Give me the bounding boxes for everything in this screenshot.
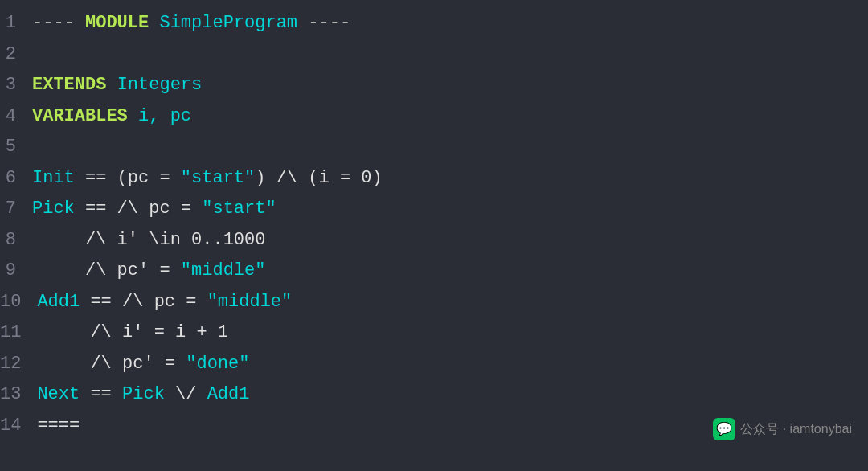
- line-number: 7: [0, 194, 32, 225]
- token: ==: [80, 384, 122, 404]
- line-number: 11: [0, 317, 37, 349]
- watermark-icon: 💬: [713, 418, 735, 440]
- token: == (pc =: [75, 168, 181, 188]
- line-content: ====: [37, 411, 80, 442]
- token: "middle": [207, 292, 293, 312]
- line-number: 5: [0, 132, 32, 163]
- token: "middle": [181, 260, 266, 281]
- code-line: 12 /\ pc' = "done": [0, 349, 868, 380]
- code-line: 3EXTENDS Integers: [0, 70, 868, 101]
- line-number: 10: [0, 287, 37, 318]
- token: "start": [202, 199, 276, 219]
- line-number: 8: [0, 225, 32, 256]
- line-content: EXTENDS Integers: [32, 70, 202, 101]
- line-content: VARIABLES i, pc: [32, 101, 191, 133]
- token: [149, 13, 159, 33]
- token: "start": [181, 168, 255, 188]
- line-number: 12: [0, 349, 37, 380]
- code-line: 2: [0, 39, 868, 71]
- line-content: Next == Pick \/ Add1: [37, 379, 249, 411]
- token: /\ i' \in 0..1000: [32, 230, 265, 250]
- token: EXTENDS: [32, 75, 106, 95]
- code-line: 11 /\ i' = i + 1: [0, 317, 868, 349]
- line-content: /\ i' = i + 1: [37, 317, 228, 349]
- line-number: 4: [0, 101, 32, 133]
- token: Integers: [117, 75, 203, 95]
- token: == /\ pc =: [75, 199, 202, 219]
- token: ====: [37, 416, 80, 436]
- line-number: 13: [0, 379, 37, 411]
- token: ) /\ (i = 0): [255, 168, 382, 188]
- line-content: /\ pc' = "done": [37, 349, 249, 380]
- token: ----: [32, 13, 85, 33]
- token: /\ i' = i + 1: [37, 322, 228, 342]
- token: /\ pc' =: [37, 354, 186, 374]
- token: SimpleProgram: [159, 13, 297, 33]
- token: VARIABLES: [32, 106, 128, 126]
- watermark-text: 公众号 · iamtonybai: [740, 421, 852, 438]
- token: i, pc: [128, 106, 191, 126]
- line-content: Pick == /\ pc = "start": [32, 194, 276, 225]
- line-number: 1: [0, 8, 32, 39]
- line-content: Init == (pc = "start") /\ (i = 0): [32, 163, 383, 195]
- line-content: /\ pc' = "middle": [32, 256, 265, 287]
- token: Add1: [37, 292, 80, 312]
- code-line: 9 /\ pc' = "middle": [0, 256, 868, 287]
- line-number: 2: [0, 39, 32, 71]
- code-line: 7Pick == /\ pc = "start": [0, 194, 868, 225]
- code-line: 5: [0, 132, 868, 163]
- token: "done": [186, 354, 249, 374]
- code-line: 13Next == Pick \/ Add1: [0, 379, 868, 411]
- token: Next: [37, 384, 80, 404]
- code-line: 6Init == (pc = "start") /\ (i = 0): [0, 163, 868, 195]
- code-line: 1---- MODULE SimpleProgram ----: [0, 8, 868, 39]
- code-line: 8 /\ i' \in 0..1000: [0, 225, 868, 256]
- code-line: 10Add1 == /\ pc = "middle": [0, 287, 868, 318]
- token: ----: [297, 13, 350, 33]
- token: Pick: [122, 384, 165, 404]
- token: MODULE: [85, 13, 149, 33]
- line-number: 3: [0, 70, 32, 101]
- token: /\ pc' =: [32, 260, 181, 281]
- token: Pick: [32, 199, 75, 219]
- token: == /\ pc =: [80, 292, 207, 312]
- line-number: 9: [0, 256, 32, 287]
- token: Add1: [207, 384, 250, 404]
- line-number: 14: [0, 411, 37, 442]
- code-editor: 1---- MODULE SimpleProgram ----23EXTENDS…: [0, 0, 868, 471]
- line-content: /\ i' \in 0..1000: [32, 225, 265, 256]
- line-number: 6: [0, 163, 32, 195]
- token: Init: [32, 168, 75, 188]
- token: [106, 75, 117, 95]
- watermark: 💬 公众号 · iamtonybai: [713, 418, 852, 440]
- line-content: ---- MODULE SimpleProgram ----: [32, 8, 350, 39]
- line-content: Add1 == /\ pc = "middle": [37, 287, 292, 318]
- code-line: 4VARIABLES i, pc: [0, 101, 868, 133]
- token: \/: [165, 384, 207, 404]
